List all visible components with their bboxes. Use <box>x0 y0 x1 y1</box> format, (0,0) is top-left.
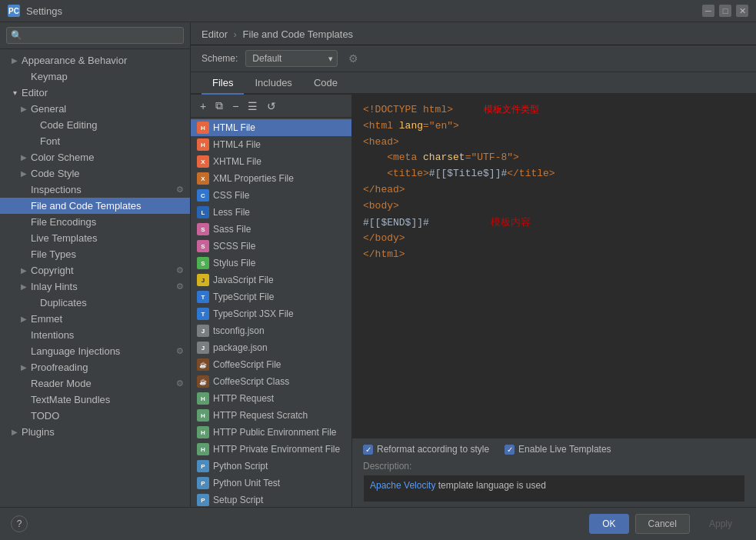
sidebar-item-general[interactable]: ▶ General <box>0 101 190 117</box>
sidebar-item-color-scheme[interactable]: ▶ Color Scheme <box>0 149 190 165</box>
apply-button[interactable]: Apply <box>696 514 745 534</box>
file-item-xhtml[interactable]: X XHTML File <box>191 153 351 170</box>
file-item-stylus[interactable]: S Stylus File <box>191 255 351 272</box>
help-button[interactable]: ? <box>11 515 28 532</box>
file-type-icon-package-json: J <box>197 342 209 354</box>
file-item-name: Sass File <box>213 224 345 235</box>
file-item-js[interactable]: J JavaScript File <box>191 272 351 288</box>
copy-template-button[interactable]: ⧉ <box>212 98 226 114</box>
breadcrumb-arrow-icon: › <box>234 28 240 40</box>
file-item-setup-script[interactable]: P Setup Script <box>191 492 351 507</box>
sidebar-item-live-templates[interactable]: Live Templates <box>0 230 190 246</box>
sidebar-item-label: File Encodings <box>31 216 184 228</box>
file-item-css[interactable]: C CSS File <box>191 187 351 204</box>
reformat-checkbox[interactable]: ✓ Reformat according to style <box>363 444 489 455</box>
sidebar-item-code-style[interactable]: ▶ Code Style <box>0 165 190 182</box>
sidebar-item-textmate-bundles[interactable]: TextMate Bundles <box>0 392 190 408</box>
file-item-html[interactable]: H HTML File <box>191 119 351 136</box>
reformat-checkbox-box: ✓ <box>363 445 373 455</box>
content-header: Editor › File and Code Templates <box>191 22 756 45</box>
description-box: Apache Velocity template language is use… <box>363 475 745 502</box>
sidebar-item-file-encodings[interactable]: File Encodings <box>0 214 190 230</box>
sidebar-item-plugins[interactable]: ▶ Plugins <box>0 424 190 440</box>
file-item-python-unit-test[interactable]: P Python Unit Test <box>191 475 351 492</box>
file-item-tsconfig[interactable]: J tsconfig.json <box>191 322 351 339</box>
sidebar-item-emmet[interactable]: ▶ Emmet <box>0 311 190 327</box>
maximize-button[interactable]: □ <box>719 5 731 17</box>
file-type-icon-python-unit-test: P <box>197 477 209 489</box>
sidebar-item-intentions[interactable]: Intentions <box>0 327 190 343</box>
sidebar-item-duplicates[interactable]: Duplicates <box>0 295 190 311</box>
sidebar-item-label: Intentions <box>31 329 184 341</box>
file-item-name: Less File <box>213 207 345 218</box>
code-line: #[[$END$]]#模板内容 <box>363 215 745 232</box>
code-editor[interactable]: <!DOCTYPE html>模板文件类型 <html lang="en"> <… <box>352 95 756 438</box>
app-icon: PC <box>8 5 20 17</box>
gear-icon-copyright: ⚙ <box>176 265 184 275</box>
sidebar-item-editor[interactable]: ▾ Editor <box>0 85 190 101</box>
sidebar-item-inspections[interactable]: Inspections ⚙ <box>0 182 190 198</box>
ok-button[interactable]: OK <box>589 514 628 534</box>
sidebar-item-font[interactable]: Font <box>0 133 190 149</box>
file-item-http-public[interactable]: H HTTP Public Environment File <box>191 424 351 441</box>
minimize-button[interactable]: ─ <box>702 5 714 17</box>
bottom-left: ? <box>11 515 28 532</box>
sidebar-item-todo[interactable]: TODO <box>0 408 190 424</box>
scheme-gear-button[interactable]: ⚙ <box>345 51 361 66</box>
tab-includes[interactable]: Includes <box>244 72 302 95</box>
live-templates-checkbox[interactable]: ✓ Enable Live Templates <box>505 444 611 455</box>
sidebar-item-reader-mode[interactable]: Reader Mode ⚙ <box>0 375 190 392</box>
tab-files[interactable]: Files <box>201 72 244 95</box>
file-item-html4[interactable]: H HTML4 File <box>191 136 351 153</box>
sidebar-item-language-injections[interactable]: Language Injections ⚙ <box>0 343 190 359</box>
file-item-less[interactable]: L Less File <box>191 204 351 221</box>
live-templates-checkbox-box: ✓ <box>505 445 515 455</box>
expand-arrow-color-scheme: ▶ <box>18 152 29 163</box>
file-item-tsx[interactable]: T TypeScript JSX File <box>191 305 351 322</box>
reset-template-button[interactable]: ↺ <box>264 98 279 114</box>
sidebar-item-proofreading[interactable]: ▶ Proofreading <box>0 359 190 375</box>
sidebar-item-code-editing[interactable]: Code Editing <box>0 117 190 133</box>
sidebar-item-keymap[interactable]: Keymap <box>0 68 190 85</box>
file-item-coffeescript-class[interactable]: ☕ CoffeeScript Class <box>191 373 351 390</box>
file-type-icon-tsconfig: J <box>197 325 209 337</box>
expand-arrow-language-injections <box>18 346 29 357</box>
sidebar-item-file-types[interactable]: File Types <box>0 246 190 262</box>
close-button[interactable]: ✕ <box>736 5 748 17</box>
sidebar-item-appearance[interactable]: ▶ Appearance & Behavior <box>0 52 190 68</box>
sidebar-item-label: Inlay Hints <box>31 281 176 292</box>
move-template-button[interactable]: ☰ <box>245 98 261 114</box>
apache-velocity-link[interactable]: Apache Velocity <box>370 480 435 491</box>
sidebar-item-label: Language Injections <box>31 345 176 357</box>
tabs-row: Files Includes Code <box>191 72 756 95</box>
expand-arrow-copyright: ▶ <box>18 265 29 276</box>
sidebar-item-file-code-templates[interactable]: File and Code Templates <box>0 198 190 214</box>
sidebar-item-label: TextMate Bundles <box>31 394 184 405</box>
remove-template-button[interactable]: − <box>229 98 241 114</box>
file-item-xml[interactable]: X XML Properties File <box>191 170 351 187</box>
sidebar-item-label: Proofreading <box>31 362 184 373</box>
file-item-http-request[interactable]: H HTTP Request <box>191 390 351 407</box>
file-item-package-json[interactable]: J package.json <box>191 339 351 356</box>
file-item-name: TypeScript File <box>213 292 345 302</box>
file-item-python-script[interactable]: P Python Script <box>191 458 351 475</box>
file-item-scss[interactable]: S SCSS File <box>191 238 351 255</box>
gear-icon-reader-mode: ⚙ <box>176 378 184 388</box>
file-type-icon-less: L <box>197 206 209 218</box>
scheme-select[interactable]: Default Project <box>245 50 338 67</box>
file-type-icon-setup-script: P <box>197 494 209 506</box>
file-item-name: JavaScript File <box>213 275 345 285</box>
search-input[interactable] <box>6 27 184 44</box>
file-item-coffeescript[interactable]: ☕ CoffeeScript File <box>191 356 351 373</box>
file-item-http-private[interactable]: H HTTP Private Environment File <box>191 441 351 458</box>
file-item-ts[interactable]: T TypeScript File <box>191 288 351 305</box>
sidebar-item-inlay-hints[interactable]: ▶ Inlay Hints ⚙ <box>0 278 190 295</box>
file-item-sass[interactable]: S Sass File <box>191 221 351 238</box>
expand-arrow-reader-mode <box>18 378 29 389</box>
sidebar-item-copyright[interactable]: ▶ Copyright ⚙ <box>0 262 190 278</box>
file-item-http-scratch[interactable]: H HTTP Request Scratch <box>191 407 351 424</box>
cancel-button[interactable]: Cancel <box>635 514 690 534</box>
add-template-button[interactable]: + <box>197 98 209 114</box>
sidebar-item-label: Editor <box>22 87 184 98</box>
tab-code[interactable]: Code <box>303 72 348 95</box>
